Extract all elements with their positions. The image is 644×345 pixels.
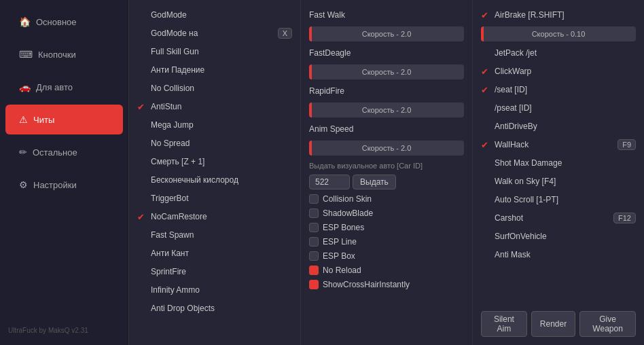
item-label: ClickWarp <box>495 67 636 76</box>
list-item: ✔ GodMode на X <box>135 25 295 41</box>
sidebar-label-cheats: Читы <box>33 115 54 125</box>
slider-value: Скорость - 2.0 <box>313 144 460 152</box>
slider-row[interactable]: Скорость - 2.0 <box>306 25 467 43</box>
list-item: ✔ Full Skill Gun <box>135 43 295 60</box>
item-label: ESP Box <box>323 251 464 261</box>
item-label: ShowCrossHairInstantly <box>323 280 464 289</box>
list-item[interactable]: No Reload <box>306 264 467 276</box>
list-item: ✔ Бесконечный кислород <box>135 172 295 188</box>
slider-row[interactable]: Скорость - 2.0 <box>306 139 467 157</box>
checkbox-no-reload[interactable] <box>309 266 319 275</box>
item-label: Смерть [Z + 1] <box>151 157 292 166</box>
checkbox-collision-skin[interactable] <box>309 194 319 204</box>
action-buttons-row: Silent Aim Render Give Weapon <box>478 307 639 338</box>
render-button[interactable]: Render <box>531 311 575 337</box>
item-label: Auto Scroll [1-PT] <box>495 195 636 204</box>
gear-icon: ⚙ <box>19 179 28 190</box>
car-id-input[interactable] <box>309 175 350 189</box>
item-label: Shot Max Damage <box>495 158 636 168</box>
list-item: ✔ Anti Drop Objects <box>135 300 295 316</box>
list-item: ✔ Infinity Ammo <box>135 282 295 298</box>
check-icon: ✔ <box>481 10 490 20</box>
list-item: ✔ Shot Max Damage <box>478 155 639 171</box>
column-2: Fast Walk Скорость - 2.0 FastDeagle Скор… <box>301 0 473 345</box>
slider-fill <box>309 65 312 79</box>
list-item: ✔ Анти Падение <box>135 62 295 78</box>
give-car-button[interactable]: Выдать <box>353 175 396 189</box>
item-label: WallHack <box>495 140 613 149</box>
item-label: SurfOnVehicle <box>495 232 636 241</box>
speed-slider-3[interactable]: Скорость - 2.0 <box>309 103 464 117</box>
slider-row[interactable]: Скорость - 2.0 <box>306 101 467 119</box>
item-label: Infinity Ammo <box>151 285 292 295</box>
speed-slider-4[interactable]: Скорость - 2.0 <box>309 141 464 156</box>
item-label: GodMode на <box>151 29 274 38</box>
sidebar: 🏠 Основное ⌨ Кнопочки 🚗 Для авто ⚠ Читы … <box>0 0 129 345</box>
item-label: NoCamRestore <box>151 212 292 221</box>
slider-row[interactable]: Скорость - 2.0 <box>306 63 467 81</box>
list-item[interactable]: ShowCrossHairInstantly <box>306 278 467 291</box>
checkbox-shadow-blade[interactable] <box>309 208 319 218</box>
sidebar-item-cars[interactable]: 🚗 Для авто <box>5 72 123 102</box>
list-item: FastDeagle <box>306 45 467 61</box>
item-label: AirBrake [R.SHIFT] <box>495 10 636 20</box>
list-item: ✔ AirBrake [R.SHIFT] <box>478 7 639 23</box>
sidebar-item-keys[interactable]: ⌨ Кнопочки <box>5 39 123 69</box>
check-icon: ✔ <box>481 140 490 150</box>
list-item[interactable]: ESP Line <box>306 236 467 248</box>
key-badge: X <box>278 28 292 39</box>
item-label: RapidFire <box>309 86 464 96</box>
sidebar-label-main: Основное <box>36 17 77 27</box>
list-item: ✔ ClickWarp <box>478 63 639 79</box>
speed-slider-2[interactable]: Скорость - 2.0 <box>309 65 464 79</box>
item-label: Anti Mask <box>495 250 636 259</box>
list-item: ✔ No Spread <box>135 135 295 151</box>
silent-aim-button[interactable]: Silent Aim <box>481 311 527 337</box>
sidebar-item-cheats[interactable]: ⚠ Читы <box>5 105 123 134</box>
item-label: /pseat [ID] <box>495 103 636 113</box>
slider-fill <box>309 103 312 117</box>
list-item[interactable]: Collision Skin <box>306 193 467 205</box>
list-item: ✔ JetPack /jet <box>478 45 639 61</box>
item-label: Fast Spawn <box>151 230 292 240</box>
list-item: ✔ Fast Spawn <box>135 227 295 243</box>
sidebar-item-other[interactable]: ✏ Остальное <box>5 137 123 167</box>
checkbox-esp-box[interactable] <box>309 251 319 261</box>
airbrake-speed-slider[interactable]: Скорость - 0.10 <box>481 26 636 41</box>
list-item: ✔ Anti Mask <box>478 247 639 263</box>
list-item: ✔ NoCamRestore <box>135 208 295 225</box>
sidebar-label-cars: Для авто <box>36 82 73 92</box>
list-item: ✔ GodMode <box>135 7 295 23</box>
list-item: ✔ Walk on Sky [F4] <box>478 173 639 189</box>
sidebar-label-other: Остальное <box>33 147 77 158</box>
item-label: FastDeagle <box>309 48 464 58</box>
list-item[interactable]: ESP Bones <box>306 221 467 234</box>
check-icon: ✔ <box>481 85 490 95</box>
key-badge: F12 <box>613 213 636 223</box>
checkbox-esp-line[interactable] <box>309 237 319 247</box>
list-item[interactable]: ESP Box <box>306 250 467 262</box>
item-label: Anti Drop Objects <box>151 304 292 313</box>
item-label: Анти Кант <box>151 249 292 258</box>
speed-slider-1[interactable]: Скорость - 2.0 <box>309 26 464 41</box>
item-label: Бесконечный кислород <box>151 175 292 185</box>
item-label: AntiStun <box>151 102 292 111</box>
pencil-icon: ✏ <box>19 147 27 158</box>
sidebar-label-keys: Кнопочки <box>38 50 76 60</box>
give-weapon-button[interactable]: Give Weapon <box>579 311 636 337</box>
item-label: JetPack /jet <box>495 48 636 58</box>
slider-fill <box>309 141 312 156</box>
checkbox-esp-bones[interactable] <box>309 223 319 232</box>
item-label: Анти Падение <box>151 65 292 75</box>
list-item: ✔ /pseat [ID] <box>478 100 639 116</box>
checkbox-show-crosshair[interactable] <box>309 280 319 289</box>
item-label: Fast Walk <box>309 10 464 20</box>
home-icon: 🏠 <box>19 16 31 27</box>
slider-fill <box>309 26 312 41</box>
slider-fill <box>481 26 484 41</box>
slider-row[interactable]: Скорость - 0.10 <box>478 25 639 43</box>
sidebar-item-main[interactable]: 🏠 Основное <box>5 7 123 37</box>
list-item: ✔ WallHack F9 <box>478 137 639 153</box>
list-item[interactable]: ShadowBlade <box>306 207 467 219</box>
sidebar-item-settings[interactable]: ⚙ Настройки <box>5 170 123 200</box>
